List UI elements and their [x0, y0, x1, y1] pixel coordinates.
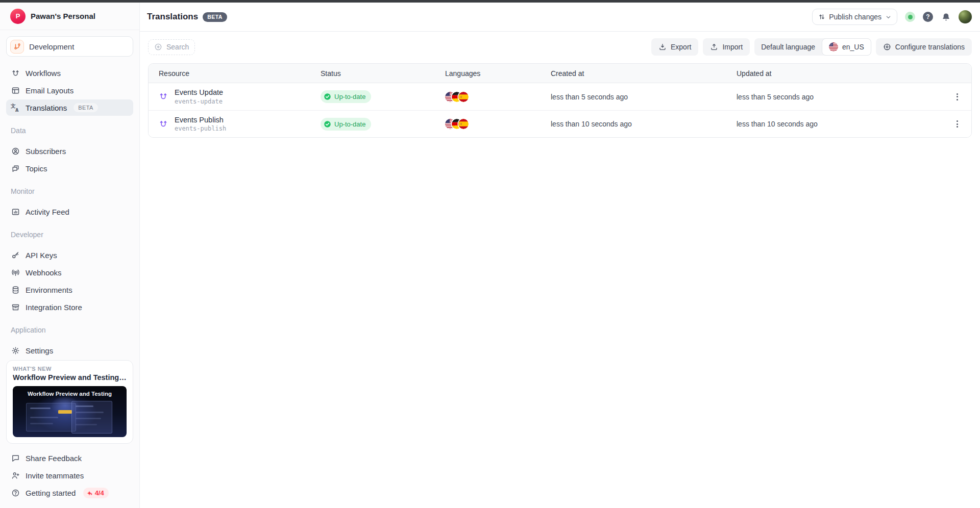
beta-badge: BETA [74, 103, 98, 112]
help-button[interactable]: ? [923, 12, 933, 22]
publish-changes-button[interactable]: Publish changes [812, 9, 897, 25]
check-circle-icon [324, 93, 331, 100]
check-circle-icon [324, 120, 331, 128]
workflow-icon [11, 68, 20, 78]
default-language-value[interactable]: en_US [822, 38, 871, 56]
download-icon [658, 43, 667, 51]
whats-new-card[interactable]: WHAT'S NEW Workflow Preview and Testing … [6, 360, 133, 444]
sidebar-item-activity-feed[interactable]: Activity Feed [6, 204, 133, 220]
workflow-icon [159, 119, 168, 129]
table-header-row: Resource Status Languages Created at Upd… [149, 64, 971, 83]
section-title: Application [6, 326, 133, 334]
section-title: Developer [6, 231, 133, 239]
language-flags [445, 92, 551, 102]
section-title: Data [6, 126, 133, 135]
page-beta-badge: BETA [203, 12, 227, 22]
whats-new-thumbnail[interactable]: Workflow Preview and Testing [13, 386, 127, 437]
sidebar-item-subscribers[interactable]: Subscribers [6, 143, 133, 159]
sparkles-icon: ✦✦ [87, 489, 92, 497]
bar-chart-icon [11, 207, 20, 216]
sidebar-item-integration-store[interactable]: Integration Store [6, 299, 133, 315]
sidebar-item-label: Webhooks [26, 268, 62, 277]
main-content: Translations BETA Publish changes ? [140, 3, 980, 508]
whats-new-thumb-title: Workflow Preview and Testing [13, 391, 127, 397]
user-plus-icon [11, 471, 20, 480]
footer-item-label: Getting started [26, 489, 76, 497]
environment-switcher[interactable]: Development [6, 36, 133, 57]
whats-new-label: WHAT'S NEW [13, 366, 127, 372]
workflow-icon [159, 92, 168, 101]
page-header: Translations BETA Publish changes ? [140, 3, 980, 32]
sidebar-section-developer: Developer API Keys W [6, 231, 133, 315]
import-button[interactable]: Import [703, 38, 750, 56]
resource-slug: events-update [175, 98, 223, 105]
search-button[interactable]: Search [148, 39, 195, 55]
table-row[interactable]: Events Update events-update Up-to-date [149, 83, 971, 110]
chat-bubble-icon [11, 453, 20, 463]
sidebar-section-monitor: Monitor Activity Feed [6, 187, 133, 220]
share-feedback-button[interactable]: Share Feedback [6, 450, 133, 466]
thumb-panel-left [26, 403, 76, 431]
gear-icon [11, 346, 20, 355]
configure-translations-button[interactable]: Configure translations [876, 38, 972, 56]
invite-teammates-button[interactable]: Invite teammates [6, 467, 133, 484]
translate-icon: 文 A [11, 103, 20, 112]
topics-icon [11, 164, 20, 173]
sidebar-item-label: Workflows [26, 69, 61, 78]
sidebar-item-label: Topics [26, 164, 47, 173]
sidebar-item-webhooks[interactable]: Webhooks [6, 264, 133, 281]
sidebar-item-label: Activity Feed [26, 208, 69, 216]
column-header-resource: Resource [149, 69, 321, 78]
table-row[interactable]: Events Publish events-publish Up-to-date [149, 110, 971, 137]
thumb-yellow-chip [58, 410, 72, 414]
sidebar-item-api-keys[interactable]: API Keys [6, 247, 133, 263]
footer-item-label: Invite teammates [26, 471, 84, 480]
sidebar-item-workflows[interactable]: Workflows [6, 65, 133, 81]
sidebar-item-label: Integration Store [26, 303, 82, 312]
export-button[interactable]: Export [651, 38, 698, 56]
status-badge: Up-to-date [321, 118, 371, 131]
resource-name[interactable]: Events Publish [175, 116, 226, 124]
es-flag-icon [458, 119, 469, 129]
default-language-control[interactable]: Default language en_US [754, 38, 871, 56]
sidebar-item-label: Subscribers [26, 147, 66, 156]
column-header-status: Status [321, 69, 445, 78]
sidebar-item-label: API Keys [26, 251, 57, 260]
sidebar-item-settings[interactable]: Settings [6, 342, 133, 359]
us-flag-icon [829, 42, 838, 52]
default-language-label: Default language [754, 38, 822, 56]
user-circle-icon [11, 146, 20, 156]
sidebar: P Pawan's Personal Development Workflows [0, 3, 140, 508]
swap-arrows-icon [818, 13, 825, 20]
sidebar-section-application: Application Settings [6, 326, 133, 359]
sidebar-item-email-layouts[interactable]: Email Layouts [6, 82, 133, 98]
sidebar-item-translations[interactable]: 文 A Translations BETA [6, 99, 133, 116]
updated-at: less than 10 seconds ago [737, 120, 943, 128]
environment-name: Development [29, 42, 74, 51]
store-icon [11, 302, 20, 312]
row-menu-button[interactable] [950, 90, 964, 104]
app-root: P Pawan's Personal Development Workflows [0, 3, 980, 508]
key-icon [11, 250, 20, 260]
sidebar-item-environments[interactable]: Environments [6, 282, 133, 298]
page-title: Translations [147, 12, 198, 22]
user-avatar[interactable] [959, 10, 972, 23]
question-circle-icon [11, 488, 20, 497]
updated-at: less than 5 seconds ago [737, 93, 943, 101]
sidebar-item-label: Settings [26, 346, 53, 355]
getting-started-badge: ✦✦ 4/4 [83, 488, 108, 498]
row-menu-button[interactable] [950, 117, 964, 131]
circle-plus-icon [154, 43, 162, 51]
notifications-bell-icon[interactable] [941, 12, 951, 22]
org-switcher[interactable]: P Pawan's Personal [0, 3, 139, 30]
resource-name[interactable]: Events Update [175, 88, 223, 97]
sidebar-footer: Share Feedback Invite teammates Getting … [6, 444, 133, 508]
sidebar-section-data: Data Subscribers Top [6, 126, 133, 176]
resource-slug: events-publish [175, 125, 226, 132]
es-flag-icon [458, 92, 469, 102]
translations-toolbar: Search Export [140, 32, 980, 63]
sidebar-item-topics[interactable]: Topics [6, 160, 133, 176]
thumb-panel-right [71, 401, 112, 434]
getting-started-button[interactable]: Getting started ✦✦ 4/4 [6, 485, 133, 501]
upload-icon [710, 43, 718, 51]
